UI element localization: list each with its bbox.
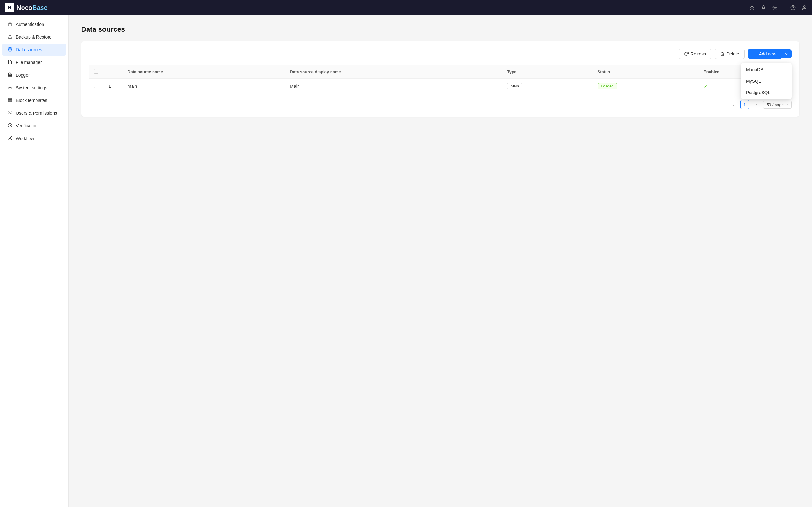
sidebar-item-users-permissions[interactable]: Users & Permissions	[2, 107, 66, 119]
row-display-name: Main	[285, 78, 502, 94]
backup-icon	[7, 34, 13, 40]
plus-icon	[753, 52, 757, 56]
block-templates-icon	[7, 98, 13, 103]
svg-rect-5	[8, 24, 11, 26]
gear-icon[interactable]	[772, 5, 777, 10]
pin-icon[interactable]	[750, 5, 755, 10]
row-name: main	[122, 78, 285, 94]
next-page-button[interactable]	[752, 100, 761, 109]
help-icon[interactable]	[791, 5, 796, 10]
svg-point-7	[8, 47, 11, 49]
svg-rect-12	[10, 98, 11, 100]
topnav-icons	[750, 4, 807, 11]
file-icon	[7, 60, 13, 65]
svg-rect-13	[8, 101, 9, 102]
sidebar-item-authentication[interactable]: Authentication	[2, 18, 66, 31]
sidebar-item-label: Backup & Restore	[16, 35, 52, 40]
page-number[interactable]: 1	[740, 100, 749, 109]
table-body: 1 main Main Main Loaded ✓	[89, 78, 792, 94]
page-size-select[interactable]: 50 / page	[763, 101, 792, 109]
row-number: 1	[103, 78, 122, 94]
sidebar-item-label: File manager	[16, 60, 42, 65]
svg-rect-14	[10, 101, 11, 102]
nav-divider	[784, 4, 784, 11]
row-checkbox[interactable]	[94, 83, 98, 88]
sidebar-item-label: Authentication	[16, 22, 44, 27]
sidebar: Authentication Backup & Restore Data sou…	[0, 15, 68, 507]
add-new-split-button: Add new	[748, 49, 792, 59]
rocket-icon[interactable]	[761, 5, 766, 10]
row-type: Main	[502, 78, 593, 94]
sidebar-item-verification[interactable]: Verification	[2, 120, 66, 132]
sidebar-item-system-settings[interactable]: System settings	[2, 82, 66, 94]
dropdown-item-mysql[interactable]: MySQL	[741, 75, 792, 87]
th-type: Type	[502, 65, 593, 78]
refresh-icon	[684, 52, 689, 56]
verification-icon	[7, 123, 13, 129]
add-new-button[interactable]: Add new	[748, 49, 781, 59]
svg-point-10	[9, 87, 10, 88]
sidebar-item-block-templates[interactable]: Block templates	[2, 95, 66, 107]
users-icon	[7, 110, 13, 116]
prev-page-button[interactable]	[729, 100, 738, 109]
main-content: Data sources Refresh Delete Add new	[68, 15, 812, 507]
table-row: 1 main Main Main Loaded ✓	[89, 78, 792, 94]
add-new-dropdown-button[interactable]	[781, 49, 792, 58]
dropdown-item-mariadb[interactable]: MariaDB	[741, 64, 792, 75]
type-badge: Main	[507, 83, 522, 89]
sidebar-item-label: Data sources	[16, 47, 42, 52]
svg-rect-11	[8, 98, 9, 100]
delete-button[interactable]: Delete	[715, 49, 745, 59]
table-header-row: Data source name Data source display nam…	[89, 65, 792, 78]
th-number	[103, 65, 122, 78]
th-name: Data source name	[122, 65, 285, 78]
logo-icon: N	[5, 3, 14, 12]
th-status: Status	[593, 65, 699, 78]
topnav: N NocoBase	[0, 0, 812, 15]
status-badge: Loaded	[598, 83, 617, 89]
sidebar-item-label: Verification	[16, 123, 38, 128]
svg-point-4	[803, 6, 805, 7]
logger-icon	[7, 72, 13, 78]
sidebar-item-label: System settings	[16, 85, 47, 90]
page-title: Data sources	[81, 25, 799, 34]
table-header: Data source name Data source display nam…	[89, 65, 792, 78]
sidebar-item-label: Block templates	[16, 98, 47, 103]
datasources-icon	[7, 47, 13, 53]
enabled-check-icon: ✓	[704, 83, 708, 89]
authentication-icon	[7, 21, 13, 27]
chevron-down-icon	[784, 52, 788, 56]
th-checkbox	[89, 65, 103, 78]
refresh-button[interactable]: Refresh	[679, 49, 711, 59]
svg-point-15	[9, 111, 10, 112]
row-status: Loaded	[593, 78, 699, 94]
svg-point-1	[774, 7, 775, 8]
sidebar-item-workflow[interactable]: Workflow	[2, 132, 66, 145]
logo-text: NocoBase	[16, 4, 48, 11]
dropdown-item-postgresql[interactable]: PostgreSQL	[741, 87, 792, 98]
th-display-name: Data source display name	[285, 65, 502, 78]
settings-icon	[7, 85, 13, 91]
data-sources-card: Refresh Delete Add new M	[81, 41, 799, 117]
toolbar: Refresh Delete Add new M	[89, 49, 792, 59]
sidebar-item-backup-restore[interactable]: Backup & Restore	[2, 31, 66, 43]
sidebar-item-label: Users & Permissions	[16, 111, 57, 116]
sidebar-item-file-manager[interactable]: File manager	[2, 56, 66, 68]
user-icon[interactable]	[802, 5, 807, 10]
pagination: 1 50 / page	[89, 100, 792, 109]
layout: Authentication Backup & Restore Data sou…	[0, 15, 812, 507]
add-new-dropdown-menu: MariaDB MySQL PostgreSQL	[741, 63, 792, 100]
sidebar-item-data-sources[interactable]: Data sources	[2, 44, 66, 56]
page-size-chevron-icon	[785, 103, 788, 106]
sidebar-item-label: Logger	[16, 72, 30, 78]
row-checkbox-cell	[89, 78, 103, 94]
logo[interactable]: N NocoBase	[5, 3, 48, 12]
sidebar-item-logger[interactable]: Logger	[2, 69, 66, 81]
delete-icon	[720, 52, 724, 56]
data-sources-table: Data source name Data source display nam…	[89, 65, 792, 94]
workflow-icon	[7, 135, 13, 141]
sidebar-item-label: Workflow	[16, 136, 34, 141]
header-checkbox[interactable]	[94, 69, 98, 73]
